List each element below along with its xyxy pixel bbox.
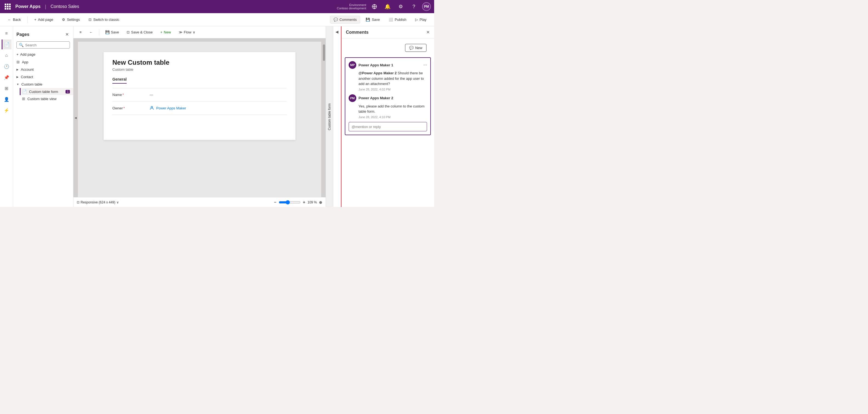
nav-item-account[interactable]: ▶ Account <box>13 66 73 73</box>
comment-user-row-2: PM Power Apps Maker 2 <box>349 94 427 102</box>
canvas-new-btn[interactable]: + New <box>158 29 174 36</box>
comments-new-button[interactable]: 💬 New <box>405 44 427 52</box>
back-button[interactable]: ← Back <box>4 16 24 23</box>
canvas-scroll-area[interactable]: New Custom table Custom table General Na… <box>78 38 321 197</box>
zoom-plus-btn[interactable]: + <box>303 200 305 205</box>
search-icon: 🔍 <box>19 43 24 47</box>
sidebar-icon-home[interactable]: ⌂ <box>2 51 11 60</box>
form-tab-general[interactable]: General <box>112 77 127 84</box>
nav-item-custom-table-view[interactable]: ⊞ Custom table view <box>20 95 73 102</box>
search-box[interactable]: 🔍 <box>17 41 70 49</box>
fit-icon[interactable]: ⊕ <box>319 200 322 205</box>
responsive-chevron: ∨ <box>117 200 119 204</box>
add-page-label: Add page <box>38 18 54 22</box>
field-value-name[interactable]: --- <box>150 93 287 97</box>
canvas-save-btn[interactable]: 💾 Save <box>102 29 122 36</box>
sidebar-icon-pages[interactable]: 📄 <box>2 39 11 49</box>
sidebar-icon-history[interactable]: 🕐 <box>2 61 11 71</box>
help-icon[interactable]: ? <box>409 2 419 11</box>
settings-button[interactable]: ⚙ Settings <box>59 16 83 23</box>
comment-more-btn-1[interactable]: ··· <box>424 62 427 67</box>
toolbar-separator-1 <box>27 17 28 23</box>
sidebar-icon-person[interactable]: 👤 <box>2 94 11 104</box>
comment-entry-1: MP Power Apps Maker 1 ··· @Power Apps Ma… <box>349 61 427 91</box>
settings-gear-icon: ⚙ <box>62 18 65 22</box>
environment-icon[interactable] <box>369 2 379 11</box>
add-page-btn[interactable]: + Add page <box>13 51 73 58</box>
comment-mention-1: @Power Apps Maker 2 <box>359 71 397 75</box>
nav-account-expand-icon: ▶ <box>17 68 19 71</box>
form-field-owner: Owner* Power Apps Maker <box>112 101 287 115</box>
play-button[interactable]: ▷ Play <box>412 16 430 23</box>
nav-item-custom-table[interactable]: ▼ Custom table <box>13 81 73 88</box>
canvas-area: ≡ ← 💾 Save ⊡ Save & Close + New ≫ Flow ∨ <box>73 26 326 207</box>
settings-icon[interactable]: ⚙ <box>396 2 406 11</box>
nav-sub-items: 📄 Custom table form 1 ⊞ Custom table vie… <box>13 88 73 102</box>
form-title: New Custom table <box>112 59 287 66</box>
vertical-label-text: Custom table form <box>328 103 331 130</box>
top-nav-bar: Power Apps | Contoso Sales Environment C… <box>0 0 434 13</box>
back-label: Back <box>13 18 21 22</box>
nav-app-label: App <box>22 60 28 64</box>
sidebar-icon-hamburger[interactable]: ≡ <box>2 29 11 38</box>
title-separator: | <box>45 4 46 9</box>
responsive-label[interactable]: ⊡ Responsive (624 x 449) ∨ <box>77 200 119 204</box>
sidebar-icon-sitemap[interactable]: ⚡ <box>2 105 11 115</box>
sidebar-icon-table[interactable]: ⊞ <box>2 83 11 93</box>
comments-new-btn-row: 💬 New <box>341 38 434 57</box>
nav-app-icon: ⊞ <box>17 60 20 64</box>
collapse-comments-btn[interactable]: ◀ <box>333 26 341 207</box>
comment-reply-box[interactable] <box>349 122 427 131</box>
notification-icon[interactable]: 🔔 <box>382 2 393 11</box>
comment-text-2: Yes, please add the column to the custom… <box>349 104 427 114</box>
switch-classic-button[interactable]: ⊡ Switch to classic <box>85 16 123 23</box>
canvas-flow-chevron: ∨ <box>193 30 195 34</box>
save-button[interactable]: 💾 Save <box>362 16 383 23</box>
canvas-save-close-btn[interactable]: ⊡ Save & Close <box>124 29 155 36</box>
nav-item-app[interactable]: ⊞ App <box>13 58 73 66</box>
comment-user-row-1: MP Power Apps Maker 1 ··· <box>349 61 427 69</box>
owner-name: Power Apps Maker <box>156 106 186 110</box>
play-icon: ▷ <box>415 18 418 22</box>
sidebar-icon-pin[interactable]: 📌 <box>2 72 11 82</box>
user-avatar[interactable]: PM <box>422 2 431 11</box>
save-label: Save <box>372 18 380 22</box>
comment-username-1: Power Apps Maker 1 <box>359 63 421 67</box>
add-page-button[interactable]: + Add page <box>31 16 57 23</box>
canvas-content[interactable]: ◀ New Custom table Custom table General <box>73 38 326 197</box>
zoom-slider[interactable] <box>279 200 301 205</box>
sidebar-icon-panel: ≡ 📄 ⌂ 🕐 📌 ⊞ 👤 ⚡ <box>0 26 13 207</box>
canvas-menu-icon: ≡ <box>80 30 82 34</box>
env-name: Contoso development <box>337 7 366 10</box>
zoom-minus-btn[interactable]: − <box>274 200 276 205</box>
search-input[interactable] <box>25 43 71 47</box>
canvas-scrollbar-v[interactable] <box>322 38 326 197</box>
canvas-scroll-thumb <box>323 45 325 61</box>
comments-button[interactable]: 💬 Comments <box>330 16 361 24</box>
field-label-name: Name* <box>112 93 145 97</box>
nav-item-custom-table-form[interactable]: 📄 Custom table form 1 <box>20 88 73 95</box>
nav-custom-table-expand-icon: ▼ <box>17 83 19 86</box>
canvas-flow-btn[interactable]: ≫ Flow ∨ <box>176 29 198 36</box>
field-value-owner[interactable]: Power Apps Maker <box>150 106 186 110</box>
vertical-label-bar[interactable]: Custom table form <box>326 26 333 207</box>
nav-item-contact[interactable]: ▶ Contact <box>13 73 73 81</box>
secondary-toolbar: ← Back + Add page ⚙ Settings ⊡ Switch to… <box>0 13 434 26</box>
comment-reply-input[interactable] <box>352 125 424 129</box>
comments-panel: Comments ✕ 💬 New MP Power Apps Maker 1 ·… <box>341 26 434 207</box>
comment-avatar-initials-1: MP <box>350 63 355 67</box>
canvas-scroll-left[interactable]: ◀ <box>73 38 78 197</box>
nav-account-label: Account <box>21 67 34 71</box>
comments-close-btn[interactable]: ✕ <box>426 30 430 35</box>
app-grid-icon[interactable] <box>3 2 12 11</box>
publish-button[interactable]: ⬜ Publish <box>385 16 410 23</box>
canvas-save-close-icon: ⊡ <box>127 30 130 34</box>
canvas-back-btn[interactable]: ← <box>87 29 96 36</box>
canvas-menu-btn[interactable]: ≡ <box>77 29 85 36</box>
settings-label: Settings <box>67 18 80 22</box>
field-label-owner: Owner* <box>112 106 145 110</box>
comment-avatar-initials-2: PM <box>350 96 355 100</box>
switch-label: Switch to classic <box>93 18 119 22</box>
pages-panel-close[interactable]: ✕ <box>64 31 70 38</box>
comments-label: Comments <box>340 18 357 22</box>
